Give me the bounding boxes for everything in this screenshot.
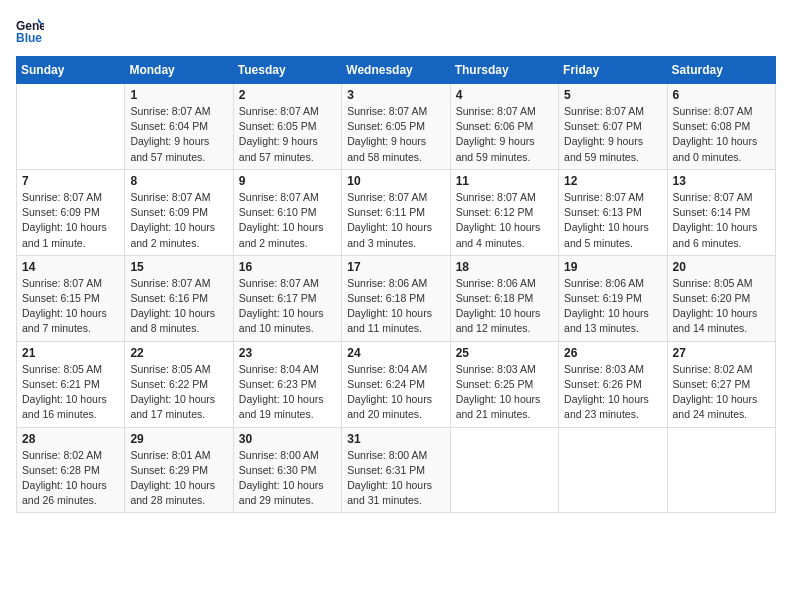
- day-info: Sunrise: 8:07 AM Sunset: 6:09 PM Dayligh…: [22, 190, 119, 251]
- day-info: Sunrise: 8:07 AM Sunset: 6:17 PM Dayligh…: [239, 276, 336, 337]
- day-number: 26: [564, 346, 661, 360]
- calendar-cell: 22Sunrise: 8:05 AM Sunset: 6:22 PM Dayli…: [125, 341, 233, 427]
- day-info: Sunrise: 8:03 AM Sunset: 6:25 PM Dayligh…: [456, 362, 553, 423]
- day-number: 31: [347, 432, 444, 446]
- calendar-cell: 21Sunrise: 8:05 AM Sunset: 6:21 PM Dayli…: [17, 341, 125, 427]
- day-info: Sunrise: 8:07 AM Sunset: 6:06 PM Dayligh…: [456, 104, 553, 165]
- calendar-cell: 2Sunrise: 8:07 AM Sunset: 6:05 PM Daylig…: [233, 84, 341, 170]
- calendar-cell: [17, 84, 125, 170]
- day-info: Sunrise: 8:00 AM Sunset: 6:31 PM Dayligh…: [347, 448, 444, 509]
- calendar-cell: 20Sunrise: 8:05 AM Sunset: 6:20 PM Dayli…: [667, 255, 775, 341]
- day-number: 22: [130, 346, 227, 360]
- day-number: 12: [564, 174, 661, 188]
- day-info: Sunrise: 8:07 AM Sunset: 6:07 PM Dayligh…: [564, 104, 661, 165]
- day-info: Sunrise: 8:06 AM Sunset: 6:18 PM Dayligh…: [347, 276, 444, 337]
- calendar-cell: [450, 427, 558, 513]
- calendar-cell: 23Sunrise: 8:04 AM Sunset: 6:23 PM Dayli…: [233, 341, 341, 427]
- day-number: 1: [130, 88, 227, 102]
- day-number: 23: [239, 346, 336, 360]
- day-info: Sunrise: 8:06 AM Sunset: 6:18 PM Dayligh…: [456, 276, 553, 337]
- calendar-cell: 14Sunrise: 8:07 AM Sunset: 6:15 PM Dayli…: [17, 255, 125, 341]
- svg-text:Blue: Blue: [16, 31, 42, 44]
- weekday-header-saturday: Saturday: [667, 57, 775, 84]
- day-info: Sunrise: 8:07 AM Sunset: 6:13 PM Dayligh…: [564, 190, 661, 251]
- calendar-cell: 3Sunrise: 8:07 AM Sunset: 6:05 PM Daylig…: [342, 84, 450, 170]
- calendar-cell: 7Sunrise: 8:07 AM Sunset: 6:09 PM Daylig…: [17, 169, 125, 255]
- weekday-header-friday: Friday: [559, 57, 667, 84]
- day-info: Sunrise: 8:05 AM Sunset: 6:20 PM Dayligh…: [673, 276, 770, 337]
- calendar-table: SundayMondayTuesdayWednesdayThursdayFrid…: [16, 56, 776, 513]
- calendar-cell: 26Sunrise: 8:03 AM Sunset: 6:26 PM Dayli…: [559, 341, 667, 427]
- day-number: 4: [456, 88, 553, 102]
- day-info: Sunrise: 8:04 AM Sunset: 6:24 PM Dayligh…: [347, 362, 444, 423]
- weekday-header-wednesday: Wednesday: [342, 57, 450, 84]
- day-number: 9: [239, 174, 336, 188]
- calendar-cell: 4Sunrise: 8:07 AM Sunset: 6:06 PM Daylig…: [450, 84, 558, 170]
- day-info: Sunrise: 8:03 AM Sunset: 6:26 PM Dayligh…: [564, 362, 661, 423]
- day-info: Sunrise: 8:07 AM Sunset: 6:15 PM Dayligh…: [22, 276, 119, 337]
- day-number: 21: [22, 346, 119, 360]
- day-info: Sunrise: 8:07 AM Sunset: 6:16 PM Dayligh…: [130, 276, 227, 337]
- day-number: 11: [456, 174, 553, 188]
- day-number: 29: [130, 432, 227, 446]
- day-number: 14: [22, 260, 119, 274]
- calendar-cell: 25Sunrise: 8:03 AM Sunset: 6:25 PM Dayli…: [450, 341, 558, 427]
- day-info: Sunrise: 8:07 AM Sunset: 6:08 PM Dayligh…: [673, 104, 770, 165]
- calendar-cell: 6Sunrise: 8:07 AM Sunset: 6:08 PM Daylig…: [667, 84, 775, 170]
- calendar-cell: 9Sunrise: 8:07 AM Sunset: 6:10 PM Daylig…: [233, 169, 341, 255]
- day-number: 27: [673, 346, 770, 360]
- weekday-header-sunday: Sunday: [17, 57, 125, 84]
- calendar-cell: 28Sunrise: 8:02 AM Sunset: 6:28 PM Dayli…: [17, 427, 125, 513]
- calendar-cell: 13Sunrise: 8:07 AM Sunset: 6:14 PM Dayli…: [667, 169, 775, 255]
- day-info: Sunrise: 8:07 AM Sunset: 6:09 PM Dayligh…: [130, 190, 227, 251]
- day-info: Sunrise: 8:07 AM Sunset: 6:11 PM Dayligh…: [347, 190, 444, 251]
- logo: General Blue: [16, 16, 48, 44]
- logo-icon: General Blue: [16, 16, 44, 44]
- day-info: Sunrise: 8:02 AM Sunset: 6:27 PM Dayligh…: [673, 362, 770, 423]
- day-info: Sunrise: 8:01 AM Sunset: 6:29 PM Dayligh…: [130, 448, 227, 509]
- day-info: Sunrise: 8:07 AM Sunset: 6:05 PM Dayligh…: [239, 104, 336, 165]
- day-info: Sunrise: 8:07 AM Sunset: 6:14 PM Dayligh…: [673, 190, 770, 251]
- day-info: Sunrise: 8:07 AM Sunset: 6:12 PM Dayligh…: [456, 190, 553, 251]
- day-number: 6: [673, 88, 770, 102]
- day-number: 8: [130, 174, 227, 188]
- page-header: General Blue: [16, 16, 776, 44]
- calendar-cell: 30Sunrise: 8:00 AM Sunset: 6:30 PM Dayli…: [233, 427, 341, 513]
- day-number: 25: [456, 346, 553, 360]
- calendar-cell: 27Sunrise: 8:02 AM Sunset: 6:27 PM Dayli…: [667, 341, 775, 427]
- calendar-cell: 16Sunrise: 8:07 AM Sunset: 6:17 PM Dayli…: [233, 255, 341, 341]
- day-number: 16: [239, 260, 336, 274]
- calendar-cell: 19Sunrise: 8:06 AM Sunset: 6:19 PM Dayli…: [559, 255, 667, 341]
- day-number: 2: [239, 88, 336, 102]
- day-number: 7: [22, 174, 119, 188]
- calendar-cell: [667, 427, 775, 513]
- weekday-header-thursday: Thursday: [450, 57, 558, 84]
- day-number: 13: [673, 174, 770, 188]
- calendar-cell: 8Sunrise: 8:07 AM Sunset: 6:09 PM Daylig…: [125, 169, 233, 255]
- day-number: 30: [239, 432, 336, 446]
- day-number: 18: [456, 260, 553, 274]
- day-info: Sunrise: 8:02 AM Sunset: 6:28 PM Dayligh…: [22, 448, 119, 509]
- calendar-cell: 31Sunrise: 8:00 AM Sunset: 6:31 PM Dayli…: [342, 427, 450, 513]
- calendar-cell: [559, 427, 667, 513]
- day-number: 5: [564, 88, 661, 102]
- day-number: 3: [347, 88, 444, 102]
- calendar-cell: 18Sunrise: 8:06 AM Sunset: 6:18 PM Dayli…: [450, 255, 558, 341]
- day-number: 24: [347, 346, 444, 360]
- day-info: Sunrise: 8:00 AM Sunset: 6:30 PM Dayligh…: [239, 448, 336, 509]
- day-info: Sunrise: 8:07 AM Sunset: 6:04 PM Dayligh…: [130, 104, 227, 165]
- calendar-cell: 29Sunrise: 8:01 AM Sunset: 6:29 PM Dayli…: [125, 427, 233, 513]
- calendar-cell: 10Sunrise: 8:07 AM Sunset: 6:11 PM Dayli…: [342, 169, 450, 255]
- calendar-cell: 5Sunrise: 8:07 AM Sunset: 6:07 PM Daylig…: [559, 84, 667, 170]
- weekday-header-monday: Monday: [125, 57, 233, 84]
- day-number: 20: [673, 260, 770, 274]
- day-info: Sunrise: 8:04 AM Sunset: 6:23 PM Dayligh…: [239, 362, 336, 423]
- day-number: 19: [564, 260, 661, 274]
- calendar-cell: 15Sunrise: 8:07 AM Sunset: 6:16 PM Dayli…: [125, 255, 233, 341]
- day-number: 15: [130, 260, 227, 274]
- calendar-cell: 24Sunrise: 8:04 AM Sunset: 6:24 PM Dayli…: [342, 341, 450, 427]
- calendar-cell: 17Sunrise: 8:06 AM Sunset: 6:18 PM Dayli…: [342, 255, 450, 341]
- day-info: Sunrise: 8:05 AM Sunset: 6:21 PM Dayligh…: [22, 362, 119, 423]
- day-info: Sunrise: 8:05 AM Sunset: 6:22 PM Dayligh…: [130, 362, 227, 423]
- day-info: Sunrise: 8:06 AM Sunset: 6:19 PM Dayligh…: [564, 276, 661, 337]
